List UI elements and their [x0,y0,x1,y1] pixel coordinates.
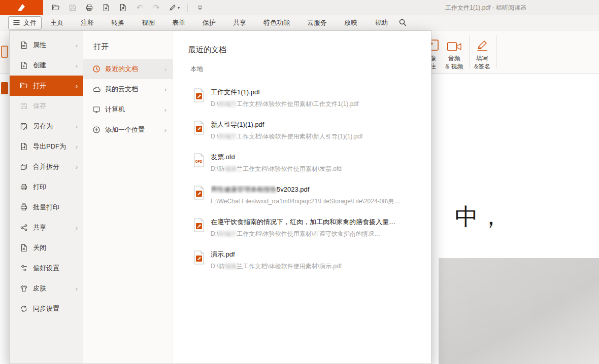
cloud-icon [92,85,101,93]
export-page-button[interactable] [102,3,111,12]
chevron-right-icon: › [164,127,167,133]
file-menu-item-print[interactable]: 打印 [10,177,83,197]
chevron-right-icon: › [164,66,167,72]
menu-help[interactable]: 帮助 [366,18,396,27]
menu-form[interactable]: 表单 [163,18,194,27]
file-menu-item-save-as[interactable]: 另存为 › [10,116,83,136]
file-name-text: 发票.ofd [211,153,235,161]
ribbon-divider [469,35,470,68]
file-path: D:\防城兰工作文档\体验软件使用素材\在遵守饮食指南的情况… [211,230,420,238]
chevron-right-icon: › [76,42,78,49]
file-name-text: 工作文件1(1).pdf [211,88,260,96]
item-label: 我的云文档 [105,85,138,94]
undo-button[interactable]: ↶ [135,3,144,12]
recent-file-row[interactable]: 演示.pdf D:\防城港兰工作文档\体验软件使用素材\演示.pdf [193,248,420,280]
file-menu-item-share[interactable]: 共享 › [10,217,83,238]
file-menu-item-save[interactable]: 保存 [10,96,83,116]
file-name-text: 5v2023.pdf [277,186,309,193]
menu-view[interactable]: 视图 [133,18,163,27]
file-name-text: 新人引导(1)(1).pdf [211,121,264,128]
pen-tool-button[interactable]: ▾ [169,4,180,12]
ribbon-icon-fragment [1,82,8,94]
open-item-recent-documents[interactable]: 最近的文档 › [83,59,173,79]
file-menu-item-batch-print[interactable]: 批量打印 [10,197,83,217]
open-item-cloud-documents[interactable]: 我的云文档 › [83,79,173,99]
file-menu-item-sync-settings[interactable]: 同步设置 [10,299,83,319]
ribbon-label-line: & 视频 [441,62,468,70]
create-icon [20,61,28,69]
preferences-icon [20,264,28,272]
pdf-file-icon [193,121,205,135]
file-menu-item-preferences[interactable]: 偏好设置 [10,258,83,278]
search-icon [398,18,407,27]
pen-tool-icon [169,4,177,12]
local-section-label: 本地 [190,65,431,74]
toolbar-separator [187,4,188,12]
open-panel-header: 打开 [83,31,173,59]
export-pdf-icon [20,142,28,151]
file-menu-item-open[interactable]: 打开 › [10,76,83,96]
pdf-file-icon [193,250,205,265]
recent-file-row[interactable]: 工作文件1(1).pdf D:\防城兰工作文档\体验软件使用素材\工作文件1(1… [193,86,420,118]
page-arrow-down-icon [102,4,110,12]
ribbon-label-line: 音频 [441,54,468,62]
customize-toolbar-button[interactable] [195,3,205,12]
file-menu-panel: 属性 › 创建 › 打开 › 保存 另存为 › [9,30,431,364]
search-button[interactable] [398,18,407,27]
file-menu-item-export-pdf[interactable]: 导出PDF为 › [10,136,83,157]
file-name: 发票.ofd [211,153,420,162]
create-page-button[interactable] [118,3,127,12]
file-menu-item-properties[interactable]: 属性 › [10,35,83,55]
menu-slideshow[interactable]: 放映 [336,18,366,27]
pen-tool-dropdown-icon: ▾ [178,6,180,10]
file-name: 工作文件1(1).pdf [211,88,420,97]
menu-home[interactable]: 主页 [42,18,72,27]
share-icon [20,224,28,232]
save-button[interactable] [68,3,77,12]
item-label: 关闭 [33,243,46,252]
path-segment: 兰工作文档\体验软件使用素材\演示.pdf [237,263,342,270]
chevron-right-icon: › [164,86,167,93]
recent-file-row[interactable]: 新人引导(1)(1).pdf D:\防城兰工作文档\体验软件使用素材\新人引导(… [193,118,420,151]
menu-share[interactable]: 共享 [224,18,255,27]
blurred-path-segment: 城港 [224,165,237,172]
item-label: 最近的文档 [105,64,138,74]
file-menu-button[interactable]: 文件 [8,16,42,29]
open-item-computer[interactable]: 计算机 › [83,99,173,120]
file-menu-item-close[interactable]: 关闭 [10,238,83,258]
path-segment: 兰工作文档\体验软件使用素材\发票.ofd [237,165,342,172]
file-menu-sidebar: 属性 › 创建 › 打开 › 保存 另存为 › [10,31,83,363]
chevron-right-icon: › [164,106,167,113]
ribbon-audio-video-button[interactable]: 音频 & 视频 [441,35,468,70]
path-segment: D:\ [211,133,218,140]
menu-cloud-service[interactable]: 云服务 [298,18,336,27]
ribbon-divider [496,35,497,68]
ribbon-icon-fragment [1,46,8,58]
menu-comment[interactable]: 注释 [72,18,103,27]
pdf-file-icon [193,186,205,200]
redo-button[interactable]: ↷ [152,3,161,12]
recent-file-row[interactable]: 男性健康管理体检报告5v2023.pdf E:\WeChat Files\wxi… [193,183,420,215]
menu-protect[interactable]: 保护 [194,18,224,27]
titlebar: ↶ ↷ ▾ 工作文件1(1).pdf - 福昕阅读器 [0,0,599,15]
file-menu-item-skin[interactable]: 皮肤 › [10,278,83,299]
printer-icon [85,4,93,12]
file-path: D:\防城兰工作文档\体验软件使用素材\新人引导(1)(1).pdf [211,132,420,141]
open-icon [20,82,28,90]
recent-file-row[interactable]: OFD 发票.ofd D:\防城港兰工作文档\体验软件使用素材\发票.ofd [193,151,420,183]
menubar: 文件 主页 注释 转换 视图 表单 保护 共享 特色功能 云服务 放映 帮助 [0,15,599,30]
file-name: 新人引导(1)(1).pdf [211,120,420,129]
file-menu-item-create[interactable]: 创建 › [10,55,83,76]
menu-special-features[interactable]: 特色功能 [255,18,298,27]
open-item-add-place[interactable]: 添加一个位置 › [83,120,173,140]
recent-file-row[interactable]: 在遵守饮食指南的情况下，红肉，加工肉和家禽的膳食摄入量… D:\防城兰工作文档\… [193,215,420,248]
print-button[interactable] [85,3,94,12]
svg-text:OFD: OFD [195,160,202,163]
open-file-button[interactable] [51,3,60,12]
item-label: 打开 [33,81,46,90]
file-menu-item-merge-split[interactable]: 合并拆分 › [10,157,83,177]
menu-convert[interactable]: 转换 [103,18,133,27]
chevron-right-icon: › [76,225,78,231]
blurred-path-segment: 防城兰 [218,133,237,140]
ribbon-fill-sign-button[interactable]: 填写 &签名 [470,35,494,70]
